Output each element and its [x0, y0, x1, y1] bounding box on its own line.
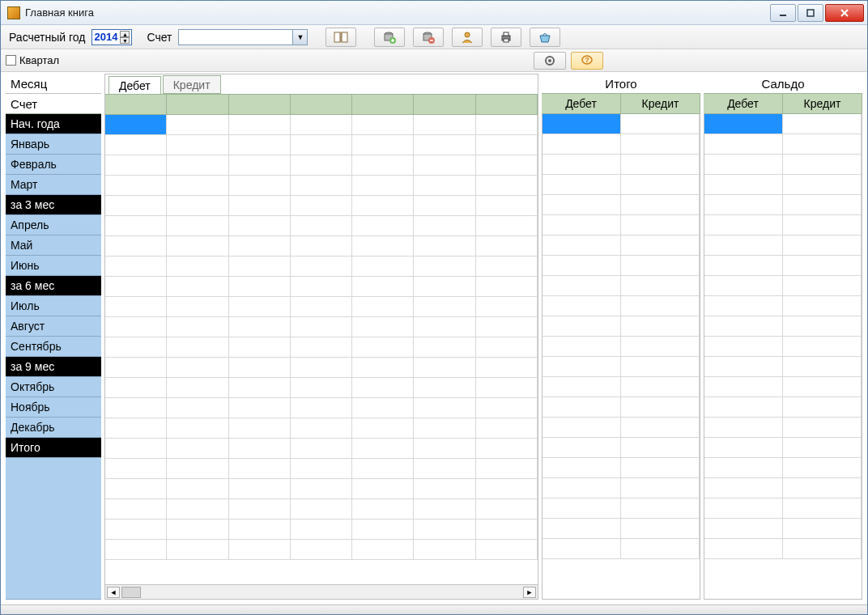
grid-cell[interactable]: [414, 540, 475, 559]
grid-row[interactable]: [105, 459, 538, 479]
grid-cell[interactable]: [167, 520, 228, 539]
grid-cell[interactable]: [476, 297, 538, 316]
month-row[interactable]: Октябрь: [6, 377, 101, 397]
grid-cell[interactable]: [291, 115, 352, 134]
grid-col[interactable]: [414, 95, 475, 114]
grid-cell[interactable]: [229, 155, 291, 175]
help-button[interactable]: ?: [571, 52, 603, 70]
grid-cell[interactable]: [476, 439, 538, 458]
summary-cell[interactable]: [542, 114, 621, 134]
grid-cell[interactable]: [352, 236, 414, 256]
grid-cell[interactable]: [229, 520, 291, 539]
grid-cell[interactable]: [167, 479, 228, 498]
summary-cell[interactable]: [704, 256, 783, 275]
summary-cell[interactable]: [542, 256, 621, 275]
grid-col[interactable]: [476, 95, 538, 114]
summary-cell[interactable]: [621, 276, 700, 295]
user-button[interactable]: [452, 28, 483, 47]
summary-cell[interactable]: [542, 296, 621, 316]
month-row[interactable]: Апрель: [6, 215, 101, 235]
summary-row[interactable]: [704, 114, 862, 134]
summary-cell[interactable]: [783, 175, 862, 194]
summary-cell[interactable]: [542, 539, 621, 558]
grid-cell[interactable]: [352, 196, 414, 215]
grid-cell[interactable]: [291, 337, 352, 357]
summary-cell[interactable]: [542, 337, 621, 356]
grid-cell[interactable]: [414, 135, 475, 155]
grid-cell[interactable]: [414, 257, 475, 276]
summary-cell[interactable]: [542, 478, 621, 498]
summary-cell[interactable]: [621, 458, 700, 477]
summary-row[interactable]: [542, 195, 700, 215]
grid-cell[interactable]: [229, 459, 291, 478]
grid-col[interactable]: [291, 95, 352, 114]
summary-cell[interactable]: [783, 114, 862, 134]
grid-cell[interactable]: [167, 418, 228, 438]
grid-col[interactable]: [352, 95, 414, 114]
grid-cell[interactable]: [105, 297, 167, 316]
summary-cell[interactable]: [704, 155, 783, 174]
grid-cell[interactable]: [291, 378, 352, 397]
grid-cell[interactable]: [476, 317, 538, 337]
summary-cell[interactable]: [621, 114, 700, 134]
grid-cell[interactable]: [167, 317, 228, 337]
grid-col[interactable]: [229, 95, 291, 114]
grid-cell[interactable]: [105, 236, 167, 256]
grid-cell[interactable]: [352, 115, 414, 134]
grid-cell[interactable]: [229, 479, 291, 498]
summary-cell[interactable]: [542, 155, 621, 174]
summary-row[interactable]: [704, 175, 862, 195]
summary-cell[interactable]: [704, 175, 783, 194]
summary-cell[interactable]: [783, 519, 862, 538]
summary-cell[interactable]: [783, 134, 862, 154]
summary-cell[interactable]: [542, 377, 621, 397]
grid-cell[interactable]: [414, 479, 475, 498]
summary-cell[interactable]: [704, 418, 783, 437]
grid-cell[interactable]: [476, 135, 538, 155]
grid-row[interactable]: [105, 216, 538, 236]
summary-row[interactable]: [542, 114, 700, 134]
month-row[interactable]: за 9 мес: [6, 357, 101, 377]
summary-cell[interactable]: [542, 458, 621, 477]
summary-cell[interactable]: [704, 438, 783, 457]
month-row[interactable]: Итого: [6, 438, 101, 458]
summary-cell[interactable]: [783, 155, 862, 174]
grid-cell[interactable]: [352, 317, 414, 337]
grid-cell[interactable]: [167, 216, 228, 235]
summary-cell[interactable]: [621, 175, 700, 194]
grid-cell[interactable]: [229, 398, 291, 418]
summary-row[interactable]: [542, 235, 700, 256]
grid-cell[interactable]: [414, 439, 475, 458]
month-row[interactable]: Сентябрь: [6, 337, 101, 357]
summary-cell[interactable]: [542, 134, 621, 154]
grid-cell[interactable]: [352, 257, 414, 276]
basket-button[interactable]: [530, 28, 560, 47]
summary-row[interactable]: [704, 337, 862, 357]
summary-row[interactable]: [542, 519, 700, 539]
grid-cell[interactable]: [352, 337, 414, 357]
grid-cell[interactable]: [291, 155, 352, 175]
grid-cell[interactable]: [229, 540, 291, 559]
summary-cell[interactable]: [542, 438, 621, 457]
summary-cell[interactable]: [783, 276, 862, 295]
summary-cell[interactable]: [704, 539, 783, 558]
grid-cell[interactable]: [229, 257, 291, 276]
grid-cell[interactable]: [352, 378, 414, 397]
grid-cell[interactable]: [105, 317, 167, 337]
grid-cell[interactable]: [291, 499, 352, 519]
grid-row[interactable]: [105, 520, 538, 540]
summary-cell[interactable]: [621, 215, 700, 235]
grid-cell[interactable]: [167, 155, 228, 175]
summary-row[interactable]: [542, 276, 700, 296]
grid-cell[interactable]: [414, 358, 475, 377]
grid-cell[interactable]: [105, 378, 167, 397]
grid-cell[interactable]: [352, 155, 414, 175]
summary-row[interactable]: [542, 377, 700, 397]
summary-cell[interactable]: [621, 235, 700, 255]
grid-cell[interactable]: [105, 418, 167, 438]
grid-cell[interactable]: [167, 439, 228, 458]
grid-cell[interactable]: [229, 337, 291, 357]
grid-cell[interactable]: [291, 459, 352, 478]
summary-cell[interactable]: [621, 155, 700, 174]
month-row[interactable]: Ноябрь: [6, 397, 101, 418]
